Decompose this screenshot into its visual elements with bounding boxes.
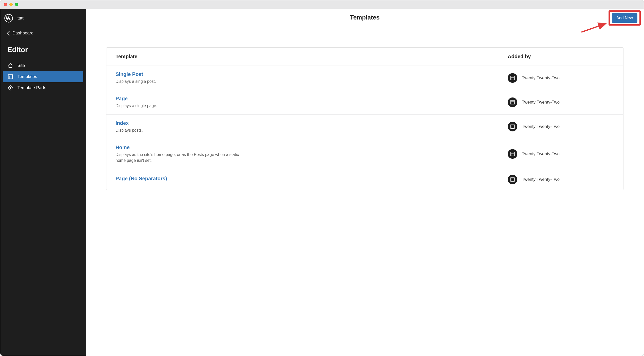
sidebar-item-templates[interactable]: Templates (3, 71, 83, 82)
added-by-cell: Twenty Twenty-Two (508, 122, 614, 131)
add-new-highlight-box: Add New (609, 10, 641, 26)
site-name: ttttt (17, 16, 24, 21)
added-by-label[interactable]: Twenty Twenty-Two (522, 75, 560, 81)
templates-table: Template Added by Single Post Displays a… (106, 47, 623, 190)
svg-rect-15 (511, 125, 515, 129)
back-to-dashboard[interactable]: Dashboard (0, 27, 86, 39)
theme-badge-icon (508, 73, 517, 83)
svg-rect-18 (511, 152, 515, 156)
svg-rect-7 (9, 87, 11, 89)
table-row: Single Post Displays a single post. (106, 66, 623, 90)
theme-badge-icon (508, 175, 517, 184)
site-identity[interactable]: ttttt (0, 11, 86, 27)
template-link[interactable]: Page (116, 96, 508, 102)
add-new-button[interactable]: Add New (612, 13, 637, 23)
template-description: Displays posts. (116, 128, 242, 133)
theme-badge-icon (508, 149, 517, 159)
sidebar: ttttt Dashboard Editor Site (0, 9, 86, 356)
sidebar-item-label: Template Parts (17, 85, 46, 90)
svg-rect-3 (8, 75, 13, 79)
sidebar-item-template-parts[interactable]: Template Parts (3, 82, 83, 93)
main-panel: Templates Add New (86, 9, 644, 356)
window-zoom-button[interactable] (15, 3, 18, 6)
topbar: Templates Add New (86, 9, 644, 26)
added-by-label[interactable]: Twenty Twenty-Two (522, 177, 560, 182)
table-header: Template Added by (106, 48, 623, 66)
sidebar-item-label: Templates (17, 74, 37, 79)
added-by-cell: Twenty Twenty-Two (508, 97, 614, 107)
diamond-icon (7, 85, 13, 91)
home-icon (7, 63, 13, 69)
page-title: Templates (350, 14, 380, 21)
theme-badge-icon (508, 97, 517, 107)
added-by-label[interactable]: Twenty Twenty-Two (522, 124, 560, 129)
template-description: Displays as the site's home page, or as … (116, 152, 242, 163)
template-description: Displays a single post. (116, 79, 242, 84)
sidebar-item-site[interactable]: Site (3, 60, 83, 71)
template-link[interactable]: Index (116, 120, 508, 126)
svg-rect-2 (8, 16, 9, 17)
chevron-left-icon (7, 31, 10, 35)
table-row: Index Displays posts. Twe (106, 115, 623, 139)
window-titlebar (0, 0, 644, 9)
theme-badge-icon (508, 122, 517, 131)
added-by-label[interactable]: Twenty Twenty-Two (522, 151, 560, 156)
back-label: Dashboard (12, 31, 33, 36)
table-row: Page Displays a single page. (106, 90, 623, 114)
sidebar-nav: Site Templates (0, 58, 86, 95)
added-by-cell: Twenty Twenty-Two (508, 149, 614, 159)
wordpress-logo-icon (4, 14, 13, 23)
added-by-label[interactable]: Twenty Twenty-Two (522, 100, 560, 105)
window-minimize-button[interactable] (9, 3, 13, 6)
template-link[interactable]: Page (No Separators) (116, 176, 508, 182)
svg-rect-1 (6, 16, 7, 17)
svg-rect-9 (511, 76, 515, 80)
sidebar-item-label: Site (17, 63, 25, 68)
svg-rect-21 (511, 177, 515, 181)
table-row: Home Displays as the site's home page, o… (106, 139, 623, 169)
table-row: Page (No Separators) Twe (106, 169, 623, 190)
layout-icon (7, 74, 13, 80)
window-close-button[interactable] (4, 3, 7, 6)
template-link[interactable]: Home (116, 145, 508, 150)
col-header-template: Template (116, 54, 508, 60)
col-header-added-by: Added by (508, 54, 614, 60)
added-by-cell: Twenty Twenty-Two (508, 73, 614, 83)
sidebar-section-title: Editor (0, 39, 86, 58)
svg-rect-12 (511, 101, 515, 104)
template-description: Displays a single page. (116, 103, 242, 109)
template-link[interactable]: Single Post (116, 71, 508, 77)
added-by-cell: Twenty Twenty-Two (508, 175, 614, 184)
